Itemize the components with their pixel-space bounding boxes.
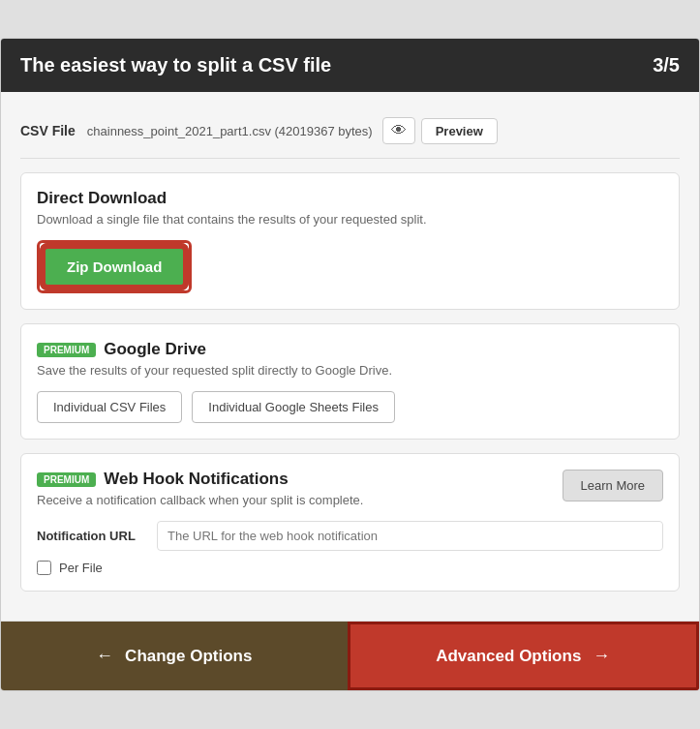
google-drive-title: Google Drive [104, 340, 206, 359]
learn-more-button[interactable]: Learn More [563, 470, 663, 501]
step-indicator: 3/5 [653, 54, 680, 76]
webhook-header-row: PREMIUM Web Hook Notifications Receive a… [37, 470, 663, 507]
csv-file-name: chainness_point_2021_part1.csv (42019367… [87, 124, 373, 138]
csv-file-label: CSV File [20, 123, 76, 138]
notification-url-label: Notification URL [37, 529, 143, 543]
google-drive-desc: Save the results of your requested split… [37, 363, 663, 378]
webhook-left: PREMIUM Web Hook Notifications Receive a… [37, 470, 563, 507]
zip-download-button[interactable]: Zip Download [43, 246, 186, 288]
back-arrow-icon: ← [96, 646, 113, 666]
main-window: The easiest way to split a CSV file 3/5 … [0, 38, 700, 691]
individual-csv-button[interactable]: Individual CSV Files [37, 391, 182, 423]
page-title: The easiest way to split a CSV file [20, 54, 331, 76]
header: The easiest way to split a CSV file 3/5 [1, 39, 699, 92]
google-drive-premium-badge: PREMIUM [37, 343, 96, 357]
notification-url-row: Notification URL [37, 521, 663, 551]
advanced-options-button[interactable]: Advanced Options → [348, 622, 700, 690]
zip-download-wrapper: Zip Download [37, 240, 192, 293]
forward-arrow-icon: → [593, 646, 610, 666]
notification-url-input[interactable] [157, 521, 663, 551]
csv-file-row: CSV File chainness_point_2021_part1.csv … [20, 107, 680, 159]
direct-download-section: Direct Download Download a single file t… [20, 172, 680, 310]
google-drive-title-row: PREMIUM Google Drive [37, 340, 663, 359]
advanced-options-label: Advanced Options [436, 647, 581, 666]
change-options-label: Change Options [125, 647, 252, 666]
direct-download-desc: Download a single file that contains the… [37, 212, 663, 227]
direct-download-title: Direct Download [37, 189, 663, 208]
webhook-section: PREMIUM Web Hook Notifications Receive a… [20, 453, 680, 592]
per-file-label: Per File [59, 561, 103, 575]
google-drive-buttons: Individual CSV Files Individual Google S… [37, 391, 663, 423]
google-drive-section: PREMIUM Google Drive Save the results of… [20, 323, 680, 440]
eye-button[interactable]: 👁 [382, 117, 415, 144]
webhook-title: Web Hook Notifications [104, 470, 288, 489]
webhook-desc: Receive a notification callback when you… [37, 493, 563, 507]
webhook-title-row: PREMIUM Web Hook Notifications [37, 470, 563, 489]
footer-buttons: ← Change Options Advanced Options → [1, 621, 699, 690]
per-file-checkbox[interactable] [37, 561, 51, 575]
change-options-button[interactable]: ← Change Options [1, 622, 348, 690]
per-file-row: Per File [37, 561, 663, 575]
preview-button[interactable]: Preview [421, 118, 498, 144]
webhook-premium-badge: PREMIUM [37, 472, 96, 487]
individual-sheets-button[interactable]: Individual Google Sheets Files [192, 391, 395, 423]
content-area: CSV File chainness_point_2021_part1.csv … [1, 92, 699, 621]
